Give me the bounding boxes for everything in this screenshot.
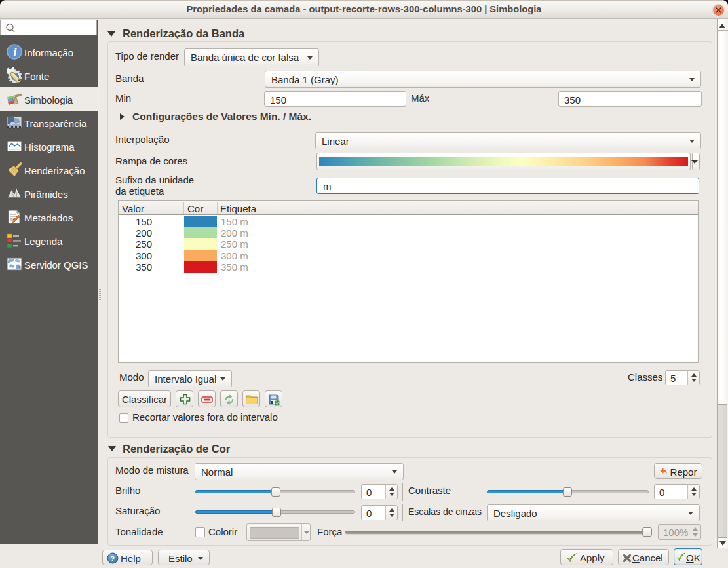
svg-text:i: i [13, 45, 17, 59]
svg-text:?: ? [111, 554, 115, 563]
